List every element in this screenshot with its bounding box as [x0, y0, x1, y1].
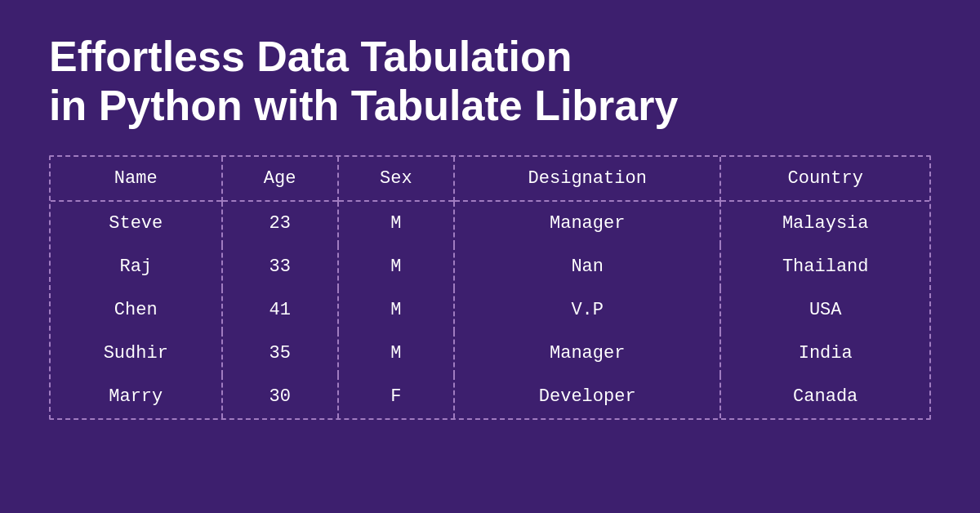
- table-cell: Manager: [454, 332, 720, 375]
- table-container: Name Age Sex Designation Country Steve23…: [49, 155, 931, 420]
- table-row: Chen41MV.PUSA: [51, 288, 929, 332]
- table-cell: 33: [222, 245, 338, 288]
- table-cell: Steve: [51, 201, 222, 245]
- table-body: Steve23MManagerMalaysiaRaj33MNanThailand…: [51, 201, 929, 418]
- table-cell: Developer: [454, 375, 720, 418]
- table-row: Steve23MManagerMalaysia: [51, 201, 929, 245]
- title-line2: in Python with Tabulate Library: [49, 82, 678, 129]
- table-cell: 35: [222, 332, 338, 375]
- col-header-name: Name: [51, 157, 222, 201]
- col-header-age: Age: [222, 157, 338, 201]
- table-cell: Sudhir: [51, 332, 222, 375]
- table-cell: M: [338, 245, 454, 288]
- page-title: Effortless Data Tabulation in Python wit…: [49, 33, 931, 131]
- table-cell: 23: [222, 201, 338, 245]
- table-cell: Nan: [454, 245, 720, 288]
- table-cell: M: [338, 201, 454, 245]
- col-header-sex: Sex: [338, 157, 454, 201]
- table-cell: Thailand: [720, 245, 929, 288]
- table-cell: Chen: [51, 288, 222, 332]
- title-line1: Effortless Data Tabulation: [49, 33, 572, 80]
- table-cell: India: [720, 332, 929, 375]
- table-cell: M: [338, 332, 454, 375]
- table-cell: M: [338, 288, 454, 332]
- table-cell: 30: [222, 375, 338, 418]
- table-cell: V.P: [454, 288, 720, 332]
- table-cell: Marry: [51, 375, 222, 418]
- table-header: Name Age Sex Designation Country: [51, 157, 929, 201]
- table-row: Raj33MNanThailand: [51, 245, 929, 288]
- table-cell: Canada: [720, 375, 929, 418]
- data-table: Name Age Sex Designation Country Steve23…: [51, 157, 929, 418]
- col-header-country: Country: [720, 157, 929, 201]
- table-cell: Raj: [51, 245, 222, 288]
- table-cell: F: [338, 375, 454, 418]
- table-row: Marry30FDeveloperCanada: [51, 375, 929, 418]
- table-cell: Malaysia: [720, 201, 929, 245]
- header-row: Name Age Sex Designation Country: [51, 157, 929, 201]
- col-header-designation: Designation: [454, 157, 720, 201]
- table-cell: USA: [720, 288, 929, 332]
- table-row: Sudhir35MManagerIndia: [51, 332, 929, 375]
- table-cell: Manager: [454, 201, 720, 245]
- table-cell: 41: [222, 288, 338, 332]
